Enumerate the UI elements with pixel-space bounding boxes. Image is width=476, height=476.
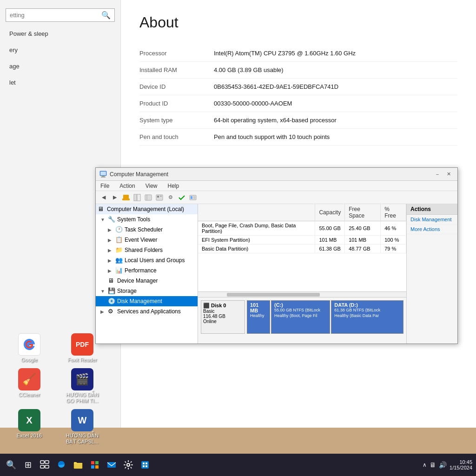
tray-monitor-icon[interactable]: 🖥: [430, 461, 436, 469]
tree-task-scheduler[interactable]: ▶ 🕐 Task Scheduler: [96, 225, 198, 235]
toolbar-forward[interactable]: ▶: [110, 192, 120, 203]
menu-action[interactable]: Action: [118, 183, 137, 189]
word-icon: W: [71, 409, 93, 431]
taskbar-custom-icon[interactable]: [138, 457, 152, 472]
google-icon: [18, 333, 40, 356]
sidebar-item-power[interactable]: Power & sleep: [0, 26, 120, 42]
tree-local-users[interactable]: ▶ 👥 Local Users and Groups: [96, 255, 198, 265]
sidebar-item-storage[interactable]: age: [0, 58, 120, 74]
action-more[interactable]: More Actions: [407, 225, 457, 234]
tree-shared-folders[interactable]: ▶ 📁 Shared Folders: [96, 245, 198, 255]
taskbar-settings-icon[interactable]: [121, 457, 136, 472]
tree-device-manager[interactable]: 🖥 Device Manager: [96, 276, 198, 286]
window-title-text: Computer Management: [110, 171, 432, 178]
tree-event-viewer[interactable]: ▶ 📋 Event Viewer: [96, 235, 198, 245]
desktop-icon-excel[interactable]: X Excel 2016: [4, 407, 55, 447]
partition-data[interactable]: DATA (D:) 61.38 GB NTFS (BitLockHealthy …: [331, 300, 403, 334]
desktop-icon-word[interactable]: W HƯỚNG DẪNBẬT CAPSL...: [57, 407, 108, 447]
tree-services[interactable]: ▶ ⚙ Services and Applications: [96, 306, 198, 317]
partition-c[interactable]: (C:) 55.00 GB NTFS (BitLockHealthy (Boot…: [271, 300, 330, 334]
table-row-3[interactable]: Basic Data Partition) 61.38 GB 48.77 GB …: [198, 245, 406, 253]
table-row-2[interactable]: EFI System Partition) 101 MB 101 MB 100 …: [198, 236, 406, 245]
toolbar-back[interactable]: ◀: [99, 192, 109, 203]
tree-storage-label: Storage: [117, 288, 137, 294]
expand-icon6: ▶: [108, 268, 113, 273]
expand-icon2: ▶: [108, 227, 113, 232]
close-button[interactable]: ✕: [443, 170, 454, 178]
window-controls: − ✕: [432, 170, 454, 178]
toolbar-show-hide-tree[interactable]: [132, 192, 142, 203]
content-panel: Capacity Free Space % Free Boot, Page Fi…: [198, 204, 406, 344]
col-free-space[interactable]: Free Space: [345, 204, 381, 221]
taskbar-search-icon[interactable]: 🔍: [4, 457, 19, 472]
svg-rect-26: [107, 462, 116, 468]
row2-capacity: 101 MB: [315, 236, 345, 245]
col-name[interactable]: [198, 204, 315, 221]
toolbar-up[interactable]: [121, 192, 131, 203]
table-row-1[interactable]: Boot, Page File, Crash Dump, Basic Data …: [198, 221, 406, 236]
tree-system-tools[interactable]: ▼ 🔧 System Tools: [96, 214, 198, 225]
taskbar-start-icon[interactable]: ⊞: [20, 457, 35, 472]
row1-capacity: 55.00 GB: [315, 221, 345, 236]
svg-rect-6: [134, 194, 137, 201]
partition-efi[interactable]: 101 MB Healthy: [247, 300, 270, 334]
tree-device-manager-label: Device Manager: [117, 278, 158, 284]
svg-rect-11: [157, 196, 159, 198]
disk-partitions: 101 MB Healthy (C:) 55.00 GB NTFS (BitLo…: [247, 300, 403, 334]
taskbar-mail-icon[interactable]: [104, 457, 119, 472]
toolbar-btn3[interactable]: [154, 192, 165, 203]
menu-view[interactable]: View: [144, 183, 159, 189]
taskbar-store-icon[interactable]: [87, 457, 102, 472]
taskbar-task-view[interactable]: [37, 457, 52, 472]
tree-storage[interactable]: ▼ 💾 Storage: [96, 286, 198, 296]
search-icon: 🔍: [101, 11, 111, 20]
desktop-icons: Google PDF Foxit Reader 🧹 CCleaner 🎬 HƯỚ…: [0, 328, 107, 450]
menu-help[interactable]: Help: [166, 183, 181, 189]
svg-rect-1: [102, 176, 105, 177]
toolbar-check[interactable]: [177, 192, 187, 203]
shared-folders-icon: 📁: [115, 246, 123, 254]
sidebar-item-battery[interactable]: ery: [0, 42, 120, 58]
settings-search-input[interactable]: [10, 12, 101, 19]
about-value-device-id: 0B635453-3661-42ED-9AE1-59EDBFCA741D: [214, 83, 338, 90]
scrollbar-thumb[interactable]: [227, 293, 320, 297]
row2-pct: 100 %: [381, 236, 406, 245]
disk-mgmt-icon: 💿: [108, 298, 115, 305]
svg-rect-3: [100, 172, 106, 175]
disk-table-area[interactable]: Capacity Free Space % Free Boot, Page Fi…: [198, 204, 406, 291]
menu-file[interactable]: File: [99, 183, 111, 189]
toolbar-btn2[interactable]: [143, 192, 153, 203]
expand-icon4: ▶: [108, 248, 113, 253]
tree-performance[interactable]: ▶ 📊 Performance: [96, 265, 198, 276]
actions-title: Actions: [407, 204, 457, 215]
col-pct-free[interactable]: % Free: [381, 204, 406, 221]
tray-network-icon[interactable]: 🔊: [439, 461, 447, 469]
col-capacity[interactable]: Capacity: [315, 204, 345, 221]
disk-info-box: ⬛ Disk 0 Basic 116.48 GB Online: [201, 300, 245, 334]
tree-disk-management[interactable]: 💿 Disk Management: [96, 296, 198, 306]
disk-size: 116.48 GB: [203, 314, 243, 319]
desktop-icon-phim[interactable]: 🎬 HƯỚNG DẪNGO PHIM TI...: [57, 366, 108, 405]
action-disk-management[interactable]: Disk Management: [407, 215, 457, 225]
minimize-button[interactable]: −: [432, 170, 443, 178]
horizontal-scrollbar[interactable]: [198, 291, 406, 297]
row3-capacity: 61.38 GB: [315, 245, 345, 253]
desktop-icon-foxit[interactable]: PDF Foxit Reader: [57, 331, 108, 364]
tree-performance-label: Performance: [125, 267, 157, 274]
about-table: Processor Intel(R) Atom(TM) CPU Z3795 @ …: [139, 45, 457, 145]
toolbar-btn5[interactable]: [188, 192, 198, 203]
toolbar-btn4[interactable]: ⚙: [165, 192, 176, 203]
svg-rect-24: [91, 465, 94, 469]
disk-table: Capacity Free Space % Free Boot, Page Fi…: [198, 204, 406, 253]
foxit-label: Foxit Reader: [68, 357, 97, 363]
desktop-icon-google[interactable]: Google: [4, 331, 55, 364]
taskbar-explorer-icon[interactable]: [71, 457, 86, 472]
settings-search-box[interactable]: 🔍: [6, 8, 115, 22]
sidebar-item-tablet[interactable]: let: [0, 74, 120, 91]
taskbar-edge-icon[interactable]: [54, 457, 69, 472]
tree-root-item[interactable]: 🖥 Computer Management (Local): [96, 204, 198, 214]
tray-up-arrow[interactable]: ∧: [423, 462, 427, 468]
svg-rect-28: [141, 461, 149, 469]
desktop-icon-ccleaner[interactable]: 🧹 CCleaner: [4, 366, 55, 405]
system-tray: ∧ 🖥 🔊 10:45 1/15/2024: [423, 459, 472, 470]
